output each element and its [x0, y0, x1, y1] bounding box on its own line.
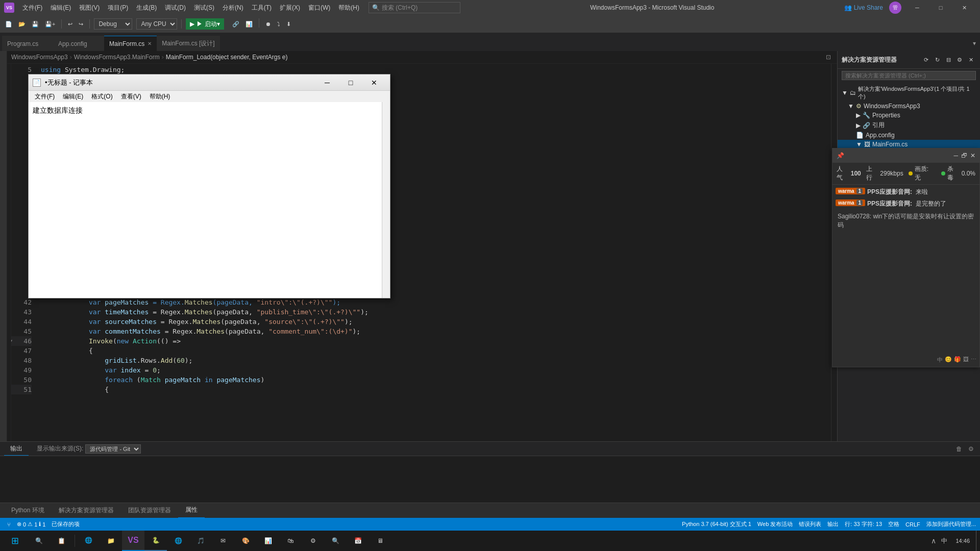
se-solution-node[interactable]: ▼ 🗂 解决方案'WindowsFormsApp3'(1 个项目/共 1 个): [838, 84, 980, 102]
menu-build[interactable]: 生成(B): [132, 0, 161, 15]
tb-paint-btn[interactable]: 🎨: [234, 531, 257, 551]
menu-help[interactable]: 帮助(H): [334, 0, 363, 15]
se-sync-btn[interactable]: ⟳: [921, 55, 931, 65]
tb-edge-btn[interactable]: 🌐: [77, 531, 100, 551]
row-col[interactable]: 行: 33 字符: 13: [845, 520, 882, 528]
menu-file[interactable]: 文件(F): [18, 0, 46, 15]
bottom-tab-properties[interactable]: 属性: [178, 503, 205, 518]
bottom-tab-team[interactable]: 团队资源管理器: [121, 503, 178, 518]
breadcrumb-class[interactable]: WindowsFormsApp3.MainForm: [74, 54, 160, 61]
tab-mainform[interactable]: MainForm.cs ✕: [104, 36, 157, 51]
menu-tools[interactable]: 工具(T): [248, 0, 276, 15]
tab-mainform-close[interactable]: ✕: [148, 41, 152, 46]
breakpoint-btn[interactable]: ⏺: [263, 18, 273, 30]
step-in-btn[interactable]: ⬇: [284, 18, 293, 30]
search-taskbar-btn[interactable]: 🔍: [28, 531, 50, 551]
se-refresh-btn[interactable]: ↻: [932, 55, 942, 65]
add-to-source-btn[interactable]: 添加到源代码管理...: [926, 520, 976, 528]
menu-test[interactable]: 测试(S): [190, 0, 218, 15]
notepad-maximize-btn[interactable]: □: [339, 74, 362, 91]
spaces-indicator[interactable]: 空格: [888, 520, 899, 528]
output-source-select[interactable]: 源代码管理 - Git: [85, 444, 141, 454]
np-menu-format[interactable]: 格式(O): [87, 91, 116, 102]
chat-gift-btn[interactable]: 🎁: [954, 356, 961, 364]
menu-analyze[interactable]: 分析(N): [218, 0, 248, 15]
minimize-button[interactable]: ─: [905, 0, 929, 15]
undo-btn[interactable]: ↩: [66, 18, 75, 30]
se-close-btn[interactable]: ✕: [966, 55, 976, 65]
open-file-btn[interactable]: 📂: [16, 18, 28, 30]
debug-config-select[interactable]: Debug Release: [94, 18, 132, 30]
chat-restore-icon[interactable]: 🗗: [961, 152, 967, 159]
split-editor-btn[interactable]: ⊡: [824, 54, 833, 61]
tb-store-btn[interactable]: 🛍: [279, 531, 302, 551]
menu-edit[interactable]: 编辑(E): [46, 0, 75, 15]
se-project-node[interactable]: ▼ ⚙ WindowsFormsApp3: [838, 102, 980, 111]
tb-search2-btn[interactable]: 🔍: [324, 531, 347, 551]
start-button[interactable]: ⊞: [2, 531, 28, 551]
tb-settings-btn2[interactable]: ⚙: [302, 531, 324, 551]
menu-window[interactable]: 窗口(W): [304, 0, 334, 15]
menu-debug[interactable]: 调试(D): [161, 0, 190, 15]
new-file-btn[interactable]: 📄: [3, 18, 14, 30]
se-properties-node[interactable]: ▶ 🔧 Properties: [838, 111, 980, 120]
np-menu-edit[interactable]: 编辑(E): [59, 91, 87, 102]
menu-project[interactable]: 项目(P): [104, 0, 132, 15]
clock[interactable]: 14:46: [952, 538, 973, 544]
tb-mail-btn[interactable]: ✉: [212, 531, 234, 551]
run-button[interactable]: ▶ ▶ 启动▾: [186, 18, 224, 30]
errors-badge[interactable]: ⊗ 0 ⚠ 1 ℹ 1: [14, 521, 48, 528]
se-references-node[interactable]: ▶ 🔗 引用: [838, 120, 980, 131]
tb-calendar-btn[interactable]: 📅: [347, 531, 369, 551]
se-settings-btn[interactable]: ⚙: [954, 55, 965, 65]
notepad-minimize-btn[interactable]: ─: [315, 74, 339, 91]
clear-output-btn[interactable]: 🗑: [954, 445, 964, 453]
ime-indicator[interactable]: 中: [939, 537, 949, 545]
tab-expand-btn[interactable]: ▾: [969, 36, 980, 51]
chat-pin-icon[interactable]: 📌: [837, 152, 844, 159]
error-list-link[interactable]: 错误列表: [799, 520, 821, 528]
se-search-input[interactable]: [842, 71, 976, 80]
menu-view[interactable]: 视图(V): [75, 0, 104, 15]
output-tab[interactable]: 输出: [4, 442, 29, 456]
attach-btn[interactable]: 🔗: [230, 18, 241, 30]
breadcrumb-method[interactable]: MainForm_Load(object sender, EventArgs e…: [166, 54, 288, 61]
step-over-btn[interactable]: ⤵: [275, 18, 282, 30]
task-view-btn[interactable]: 📋: [50, 531, 72, 551]
tb-chrome-btn[interactable]: 🌐: [167, 531, 189, 551]
tb-excel-btn[interactable]: 📊: [257, 531, 279, 551]
save-all-btn[interactable]: 💾+: [43, 18, 57, 30]
output-settings-btn[interactable]: ⚙: [966, 445, 976, 453]
chat-more-btn[interactable]: ⋯: [971, 356, 976, 364]
tb-explorer-btn[interactable]: 📁: [100, 531, 122, 551]
save-btn[interactable]: 💾: [30, 18, 41, 30]
perf-btn[interactable]: 📊: [243, 18, 255, 30]
chat-minimize-icon[interactable]: ─: [953, 152, 958, 159]
search-box[interactable]: 🔍 搜索 (Ctrl+Q): [369, 2, 460, 13]
show-desktop-btn[interactable]: [976, 531, 978, 551]
bottom-tab-solution[interactable]: 解决方案资源管理器: [52, 503, 121, 518]
chat-image-btn[interactable]: 🖼: [963, 356, 969, 364]
chat-close-btn[interactable]: ✕: [970, 152, 975, 159]
tray-up-arrow[interactable]: ∧: [931, 537, 936, 545]
se-appconfig-node[interactable]: 📄 App.config: [838, 131, 980, 140]
account-icon[interactable]: 管: [889, 2, 901, 14]
live-share-btn[interactable]: 👥 Live Share: [844, 4, 883, 11]
platform-select[interactable]: Any CPU: [136, 18, 177, 30]
encoding-indicator[interactable]: CRLF: [905, 521, 920, 528]
output-link[interactable]: 输出: [827, 520, 839, 528]
maximize-button[interactable]: □: [929, 0, 952, 15]
bottom-tab-python[interactable]: Python 环境: [4, 503, 52, 518]
tb-terminal-btn[interactable]: 🖥: [369, 531, 391, 551]
python-version[interactable]: Python 3.7 (64-bit) 交互式 1: [682, 520, 751, 528]
se-collapse-btn[interactable]: ⊟: [943, 55, 953, 65]
menu-extensions[interactable]: 扩展(X): [276, 0, 304, 15]
tab-program[interactable]: Program.cs: [2, 36, 53, 51]
tab-appconfig[interactable]: App.config: [53, 36, 104, 51]
notepad-content[interactable]: 建立数据库连接: [29, 102, 382, 298]
tb-music-btn[interactable]: 🎵: [189, 531, 212, 551]
tb-vs-btn[interactable]: VS: [122, 531, 144, 551]
notepad-close-btn[interactable]: ✕: [362, 74, 386, 91]
chat-format-btn[interactable]: 中: [937, 356, 943, 364]
source-control-btn[interactable]: ⑂: [4, 521, 14, 528]
